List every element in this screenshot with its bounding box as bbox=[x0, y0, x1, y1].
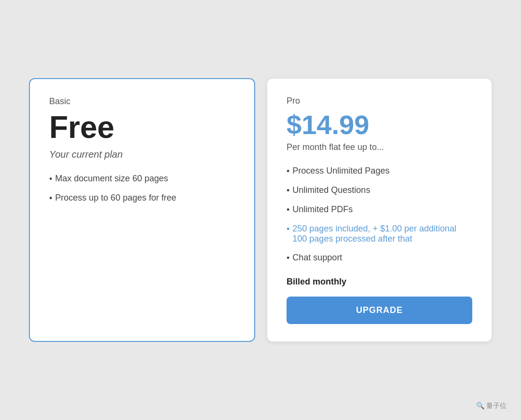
pro-feature-2: • Unlimited Questions bbox=[287, 185, 472, 196]
watermark-text: 量子位 bbox=[486, 402, 507, 409]
pro-plan-price: $14.99 bbox=[287, 110, 472, 140]
billed-monthly-label: Billed monthly bbox=[287, 277, 472, 287]
pro-plan-name: Pro bbox=[287, 96, 472, 106]
pro-feature-1: • Process Unlimited Pages bbox=[287, 166, 472, 176]
wechat-icon: 🔍 bbox=[476, 402, 484, 409]
pro-bullet-5: • bbox=[287, 253, 289, 263]
upgrade-button[interactable]: UPGRADE bbox=[287, 297, 472, 324]
basic-plan-name: Basic bbox=[49, 96, 235, 107]
pro-features-list: • Process Unlimited Pages • Unlimited Qu… bbox=[287, 166, 472, 263]
pro-plan-card: Pro $14.99 Per month flat fee up to... •… bbox=[267, 78, 492, 342]
pro-feature-5-text: Chat support bbox=[292, 253, 342, 263]
watermark: 🔍 量子位 bbox=[476, 402, 507, 410]
basic-feature-1-text: Max document size 60 pages bbox=[55, 174, 168, 184]
pro-plan-subtitle: Per month flat fee up to... bbox=[287, 142, 472, 152]
pro-bullet-1: • bbox=[287, 166, 289, 176]
pro-feature-3: • Unlimited PDFs bbox=[287, 204, 472, 215]
bullet-icon-2: • bbox=[49, 193, 52, 203]
basic-feature-2-text: Process up to 60 pages for free bbox=[55, 193, 176, 203]
pro-feature-2-text: Unlimited Questions bbox=[292, 185, 370, 195]
pro-feature-5: • Chat support bbox=[287, 253, 472, 263]
pro-feature-4-text: 250 pages included, + $1.00 per addition… bbox=[292, 224, 472, 244]
basic-feature-1: • Max document size 60 pages bbox=[49, 174, 235, 184]
basic-features-list: • Max document size 60 pages • Process u… bbox=[49, 174, 235, 324]
basic-plan-card: Basic Free Your current plan • Max docum… bbox=[29, 78, 255, 342]
basic-feature-2: • Process up to 60 pages for free bbox=[49, 193, 235, 203]
bullet-icon-1: • bbox=[49, 174, 52, 184]
pro-bullet-2: • bbox=[287, 186, 289, 196]
pro-feature-4-highlight: • 250 pages included, + $1.00 per additi… bbox=[287, 224, 472, 244]
pro-feature-1-text: Process Unlimited Pages bbox=[292, 166, 389, 176]
basic-plan-price: Free bbox=[49, 110, 235, 144]
pro-bullet-4: • bbox=[287, 224, 289, 234]
pro-bullet-3: • bbox=[287, 205, 289, 215]
pricing-container: Basic Free Your current plan • Max docum… bbox=[29, 78, 492, 342]
basic-current-plan-label: Your current plan bbox=[49, 149, 235, 160]
pro-feature-3-text: Unlimited PDFs bbox=[292, 204, 353, 215]
